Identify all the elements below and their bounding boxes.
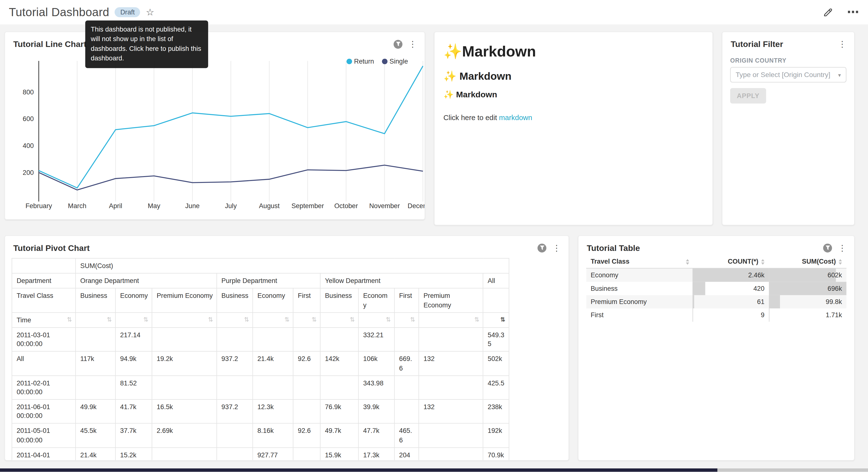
pivot-cell: 17.3k bbox=[359, 447, 394, 461]
publish-tooltip: This dashboard is not published, it will… bbox=[85, 21, 208, 68]
pivot-cell bbox=[293, 327, 320, 351]
sort-icon[interactable]: ⇅ bbox=[350, 317, 355, 323]
sort-icon[interactable]: ⇅ bbox=[386, 317, 391, 323]
dashboard-app: Tutorial Dashboard Draft ☆ ⋯ This dashbo… bbox=[0, 0, 868, 472]
pivot-cell: 39.9k bbox=[359, 400, 394, 423]
table-row: First91.71k bbox=[586, 308, 846, 321]
column-header[interactable]: SUM(Cost) bbox=[769, 255, 846, 268]
sort-icon[interactable]: ⇅ bbox=[410, 317, 415, 323]
card-header-icons: ⋮ bbox=[823, 243, 846, 252]
card-header: Tutorial Line Chart ⋮ bbox=[5, 32, 425, 49]
pivot-group-header: Orange Department bbox=[75, 273, 217, 289]
pivot-cell: 425.5 bbox=[483, 375, 509, 400]
kebab-menu-icon[interactable]: ⋮ bbox=[409, 40, 417, 48]
pivot-cell bbox=[394, 400, 419, 423]
apply-button[interactable]: APPLY bbox=[730, 88, 766, 104]
pivot-cell: 2.69k bbox=[152, 423, 217, 447]
filter-indicator-icon[interactable] bbox=[537, 243, 546, 252]
pivot-cell bbox=[320, 327, 359, 351]
pivot-row-label: 2011-05-01 00:00:00 bbox=[12, 423, 75, 447]
pivot-cell bbox=[320, 375, 359, 400]
sort-icon[interactable]: ⇅ bbox=[500, 317, 505, 323]
pivot-row-label: 2011-06-01 00:00:00 bbox=[12, 400, 75, 423]
svg-text:April: April bbox=[109, 202, 122, 210]
line-chart-svg: 200400600800FebruaryMarchAprilMayJuneJul… bbox=[5, 54, 425, 216]
sort-icon[interactable]: ⇅ bbox=[106, 317, 112, 323]
sort-icon[interactable]: ⇅ bbox=[244, 317, 249, 323]
pivot-cell: 927.77 bbox=[253, 447, 293, 461]
status-badge[interactable]: Draft bbox=[115, 7, 141, 17]
pivot-row-label: 2011-02-01 00:00:00 bbox=[12, 375, 75, 400]
more-options-icon[interactable]: ⋯ bbox=[847, 8, 859, 16]
pivot-group-header: Purple Department bbox=[217, 273, 320, 289]
markdown-content: ✨Markdown ✨ Markdown ✨ Markdown Click he… bbox=[434, 32, 712, 122]
sort-icon[interactable]: ⇅ bbox=[474, 317, 479, 323]
pivot-cell bbox=[394, 327, 419, 351]
pivot-cell: 117k bbox=[75, 351, 115, 375]
column-header[interactable]: Travel Class bbox=[586, 255, 693, 268]
svg-text:November: November bbox=[369, 202, 400, 210]
sort-icon[interactable]: ⇅ bbox=[67, 317, 72, 323]
pivot-row: 2011-03-01 00:00:00217.14332.21549.35 bbox=[12, 327, 509, 351]
svg-text:July: July bbox=[225, 202, 237, 210]
legend-item[interactable]: Single bbox=[382, 57, 408, 65]
sort-icon[interactable]: ⇅ bbox=[284, 317, 289, 323]
card-header: Tutorial Table ⋮ bbox=[579, 236, 854, 253]
card-header-icons: ⋮ bbox=[394, 40, 417, 49]
sort-icon[interactable]: ⇅ bbox=[311, 317, 317, 323]
kebab-menu-icon[interactable]: ⋮ bbox=[552, 243, 561, 252]
card-title: Tutorial Line Chart bbox=[13, 39, 86, 49]
pivot-cell bbox=[75, 327, 115, 351]
filter-indicator-icon[interactable] bbox=[823, 243, 832, 252]
pivot-row: 2011-02-01 00:00:0081.52343.98425.5 bbox=[12, 375, 509, 400]
card-title: Tutorial Table bbox=[587, 243, 640, 253]
pivot-row: 2011-05-01 00:00:0045.5k37.7k2.69k8.16k9… bbox=[12, 423, 509, 447]
pivot-cell bbox=[253, 375, 293, 400]
pivot-cell: 332.21 bbox=[359, 327, 394, 351]
kebab-menu-icon[interactable]: ⋮ bbox=[838, 40, 846, 48]
pivot-time-label: Time bbox=[17, 316, 31, 325]
pivot-cell: 45.5k bbox=[75, 423, 115, 447]
pivot-cell: 15.2k bbox=[115, 447, 152, 461]
svg-text:600: 600 bbox=[23, 115, 34, 122]
table-cell-count: 61 bbox=[692, 295, 769, 308]
pivot-row: 2011-04-01 00:00:0021.4k15.2k927.7715.9k… bbox=[12, 447, 509, 461]
table-cell-count: 9 bbox=[692, 308, 769, 321]
pivot-cell: 92.6 bbox=[293, 423, 320, 447]
table-row: Premium Economy6199.8k bbox=[586, 295, 846, 308]
pivot-sort-row: Time⇅⇅⇅⇅⇅⇅⇅⇅⇅⇅⇅⇅ bbox=[12, 312, 509, 327]
pivot-col-dim-label: Travel Class bbox=[12, 288, 75, 312]
bottom-strip-light bbox=[717, 468, 868, 472]
pivot-cell: 106k bbox=[359, 351, 394, 375]
pivot-corner-cell bbox=[12, 258, 75, 273]
line-chart-card: Tutorial Line Chart ⋮ ReturnSingle 20040… bbox=[4, 32, 425, 220]
svg-text:June: June bbox=[185, 202, 200, 210]
column-header-label: SUM(Cost) bbox=[802, 258, 836, 265]
card-title: Tutorial Pivot Chart bbox=[13, 243, 90, 253]
pivot-class-header: Economy bbox=[253, 288, 293, 312]
filter-indicator-icon[interactable] bbox=[394, 40, 402, 49]
sort-icon[interactable]: ⇅ bbox=[208, 317, 213, 323]
pivot-cell bbox=[217, 423, 253, 447]
sort-icon[interactable]: ⇅ bbox=[143, 317, 148, 323]
chevron-down-icon: ▾ bbox=[838, 72, 841, 78]
bottom-strip bbox=[0, 468, 868, 472]
pivot-all-header: All bbox=[483, 273, 509, 289]
edit-pencil-icon[interactable] bbox=[823, 7, 834, 18]
pivot-cell: 238k bbox=[483, 400, 509, 423]
column-header[interactable]: COUNT(*) bbox=[692, 255, 769, 268]
markdown-link[interactable]: markdown bbox=[499, 114, 532, 122]
pivot-cell: 21.4k bbox=[253, 351, 293, 375]
favorite-star-icon[interactable]: ☆ bbox=[146, 7, 154, 17]
pivot-cell: 465.6 bbox=[394, 423, 419, 447]
svg-text:800: 800 bbox=[23, 88, 34, 96]
kebab-menu-icon[interactable]: ⋮ bbox=[838, 243, 846, 252]
pivot-cell bbox=[419, 423, 483, 447]
pivot-cell: 669.6 bbox=[394, 351, 419, 375]
pivot-cell bbox=[293, 375, 320, 400]
pivot-cell: 19.2k bbox=[152, 351, 217, 375]
origin-country-select[interactable]: Type or Select [Origin Country] ▾ bbox=[730, 67, 846, 82]
legend-item[interactable]: Return bbox=[346, 57, 374, 65]
pivot-cell: 41.7k bbox=[115, 400, 152, 423]
pivot-class-header: Economy bbox=[115, 288, 152, 312]
